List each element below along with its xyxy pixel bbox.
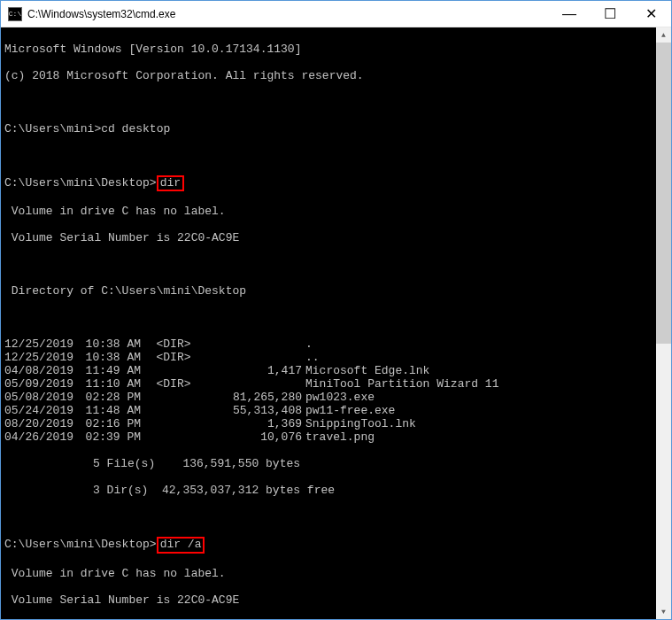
list-item: 05/08/201902:28 PM81,265,280pw1023.exe (4, 391, 668, 404)
list-item: 04/26/201902:39 PM10,076travel.png (4, 430, 668, 444)
prompt-line: C:\Users\mini\Desktop>dir /a (4, 537, 668, 553)
volume-line: Volume Serial Number is 22C0-AC9E (4, 593, 668, 607)
list-item: 05/24/201911:48 AM55,313,408pw11-free.ex… (4, 404, 668, 417)
cmd-window: C:\ C:\Windows\system32\cmd.exe — ☐ ✕ Mi… (0, 0, 672, 620)
volume-line: Volume in drive C has no label. (4, 567, 668, 580)
scrollbar-thumb[interactable] (656, 43, 671, 344)
scrollbar-arrow-up-icon[interactable]: ▲ (656, 27, 671, 43)
maximize-button[interactable]: ☐ (590, 1, 630, 27)
list-item: 05/09/201911:10 AM<DIR>MiniTool Partitio… (4, 377, 668, 391)
prompt-line: C:\Users\mini\Desktop>dir (4, 175, 668, 191)
summary-files: 5 File(s) 136,591,550 bytes (4, 457, 668, 470)
volume-line: Volume in drive C has no label. (4, 205, 668, 218)
list-item: 08/20/201902:16 PM1,369SnippingTool.lnk (4, 417, 668, 430)
list-item: 12/25/201910:38 AM<DIR>. (4, 337, 668, 351)
close-button[interactable]: ✕ (630, 1, 671, 27)
header-line: Microsoft Windows [Version 10.0.17134.11… (4, 43, 668, 56)
scrollbar[interactable]: ▲ ▼ (656, 27, 671, 619)
terminal-output[interactable]: Microsoft Windows [Version 10.0.17134.11… (1, 27, 671, 619)
window-title: C:\Windows\system32\cmd.exe (27, 8, 549, 20)
header-line: (c) 2018 Microsoft Corporation. All righ… (4, 69, 668, 82)
command-text: cd desktop (101, 122, 170, 136)
highlighted-command: dir /a (157, 537, 205, 553)
list-item: 12/25/201910:38 AM<DIR>.. (4, 351, 668, 364)
dir-listing: 12/25/201910:38 AM<DIR>.12/25/201910:38 … (4, 337, 668, 444)
window-controls: — ☐ ✕ (549, 1, 671, 27)
titlebar[interactable]: C:\ C:\Windows\system32\cmd.exe — ☐ ✕ (1, 1, 671, 27)
list-item: 04/08/201911:49 AM1,417Microsoft Edge.ln… (4, 364, 668, 377)
highlighted-command: dir (157, 175, 184, 191)
prompt-line: C:\Users\mini>cd desktop (4, 122, 668, 136)
directory-of-line: Directory of C:\Users\mini\Desktop (4, 284, 668, 298)
cmd-icon: C:\ (8, 7, 22, 21)
scrollbar-arrow-down-icon[interactable]: ▼ (656, 604, 671, 619)
summary-dirs: 3 Dir(s) 42,353,037,312 bytes free (4, 484, 668, 497)
volume-line: Volume Serial Number is 22C0-AC9E (4, 231, 668, 244)
minimize-button[interactable]: — (549, 1, 590, 27)
